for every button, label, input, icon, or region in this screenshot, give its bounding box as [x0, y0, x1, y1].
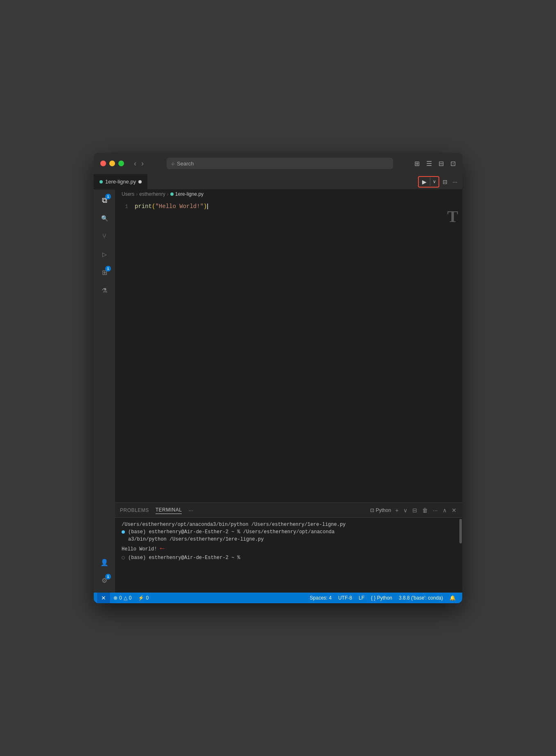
- sidebar-item-search[interactable]: 🔍: [97, 211, 112, 226]
- sidebar-item-account[interactable]: 👤: [97, 555, 112, 570]
- search-placeholder: Search: [177, 161, 194, 167]
- run-dropdown-button[interactable]: ∨: [430, 177, 438, 186]
- tab-bar-actions: ▶ ∨ ⊟ ···: [415, 174, 462, 189]
- sidebar-item-explorer[interactable]: ⧉ 1: [97, 193, 112, 208]
- scrollbar-thumb: [459, 519, 462, 543]
- layout-icon-1[interactable]: ⊞: [414, 160, 420, 167]
- cursor: [207, 204, 208, 209]
- breadcrumb-estherhenry: estherhenry: [139, 191, 165, 197]
- explorer-badge: 1: [105, 194, 111, 199]
- remote-symbol: ✕: [101, 595, 106, 601]
- status-left: ✕ ⊗ 0 △ 0 ⚡ 0: [97, 593, 152, 603]
- collapse-terminal-button[interactable]: ∧: [442, 506, 448, 514]
- keyword-print: print: [135, 203, 152, 210]
- info-count: 0: [146, 595, 149, 601]
- forward-button[interactable]: ›: [140, 158, 145, 169]
- tab-problems[interactable]: PROBLEMS: [120, 507, 149, 514]
- terminal-more-button[interactable]: ···: [188, 507, 193, 514]
- title-bar-right: ⊞ ☰ ⊟ ⊡: [414, 160, 456, 167]
- source-control-icon: ⑂: [102, 233, 106, 240]
- breadcrumb-file-icon: [170, 192, 174, 196]
- remote-icon[interactable]: ✕: [97, 593, 110, 603]
- activity-bottom: 👤 ⚙ 1: [97, 555, 112, 593]
- breadcrumb-sep-2: ›: [167, 191, 169, 197]
- terminal-scrollbar[interactable]: [459, 518, 462, 593]
- line-content-1: print("Hello World!"): [135, 203, 208, 210]
- testing-icon: ⚗: [102, 287, 107, 294]
- info-icon: ⚡: [138, 595, 144, 601]
- status-bar: ✕ ⊗ 0 △ 0 ⚡ 0 Spaces: 4 UTF-8 LF: [94, 593, 462, 603]
- python-file-icon: [99, 180, 103, 183]
- nav-arrows: ‹ ›: [132, 158, 145, 169]
- term-text-1: /Users/estherhenry/opt/anaconda3/bin/pyt…: [122, 521, 456, 528]
- add-terminal-button[interactable]: +: [394, 506, 399, 514]
- status-notification[interactable]: 🔔: [446, 593, 459, 603]
- run-button[interactable]: ▶: [419, 177, 430, 187]
- notification-icon: 🔔: [450, 595, 456, 601]
- status-line-ending[interactable]: LF: [355, 593, 368, 603]
- terminal-right-actions: ⊡ Python + ∨ ⊟ 🗑 ··· ∧ ✕: [370, 506, 457, 514]
- code-editor[interactable]: 1 print("Hello World!") T: [115, 199, 462, 502]
- status-python-version[interactable]: 3.8.8 ('base': conda): [396, 593, 446, 603]
- sidebar-item-source-control[interactable]: ⑂: [97, 229, 112, 244]
- line-ending-label: LF: [359, 595, 364, 601]
- layout-icon-3[interactable]: ⊟: [438, 160, 444, 167]
- warning-count: 0: [129, 595, 132, 601]
- more-actions-button[interactable]: ···: [451, 177, 459, 187]
- status-language[interactable]: { } Python: [368, 593, 396, 603]
- paren-close: ): [203, 203, 207, 210]
- terminal-content[interactable]: /Users/estherhenry/opt/anaconda3/bin/pyt…: [115, 518, 462, 593]
- term-indicator-2: [122, 530, 125, 534]
- layout-icon-2[interactable]: ☰: [426, 160, 432, 167]
- more-terminal-button[interactable]: ···: [432, 506, 438, 514]
- trash-terminal-button[interactable]: 🗑: [421, 506, 429, 514]
- settings-badge: 1: [105, 574, 111, 579]
- minimize-button[interactable]: [109, 161, 115, 166]
- back-button[interactable]: ‹: [132, 158, 138, 169]
- account-icon: 👤: [100, 559, 108, 566]
- tab-1ere-ligne[interactable]: 1ere-ligne.py: [94, 174, 148, 189]
- status-encoding[interactable]: UTF-8: [335, 593, 355, 603]
- split-terminal-button[interactable]: ⊟: [411, 506, 418, 514]
- breadcrumb-filename: 1ere-ligne.py: [175, 191, 203, 197]
- spaces-label: Spaces: 4: [310, 595, 332, 601]
- sidebar-item-settings[interactable]: ⚙ 1: [97, 573, 112, 588]
- maximize-button[interactable]: [118, 161, 124, 166]
- sidebar-item-extensions[interactable]: ⊞ 1: [97, 265, 112, 280]
- status-spaces[interactable]: Spaces: 4: [307, 593, 335, 603]
- tab-terminal[interactable]: TERMINAL: [156, 506, 182, 514]
- split-editor-button[interactable]: ⊟: [441, 177, 449, 187]
- python-label: Python: [376, 507, 391, 513]
- terminal-icon: ⊡: [370, 507, 374, 513]
- sidebar-item-testing[interactable]: ⚗: [97, 283, 112, 298]
- breadcrumb-users: Users: [122, 191, 134, 197]
- line-number-1: 1: [115, 204, 135, 210]
- close-terminal-button[interactable]: ✕: [451, 506, 457, 514]
- term-text-3: Hello World! ←: [122, 543, 456, 554]
- status-errors[interactable]: ⊗ 0 △ 0: [110, 593, 135, 603]
- search-icon: ⌕: [172, 161, 174, 166]
- main-area: ⧉ 1 🔍 ⑂ ▷ ⊞ 1 ⚗ 👤: [94, 190, 462, 593]
- term-line-2: (base) estherhenry@Air-de-Esther-2 ~ % /…: [122, 528, 456, 543]
- close-button[interactable]: [100, 161, 106, 166]
- minimap: T: [447, 207, 458, 226]
- status-info[interactable]: ⚡ 0: [135, 593, 152, 603]
- term-indicator-4: [122, 556, 125, 559]
- tab-bar: 1ere-ligne.py ▶ ∨ ⊟ ···: [94, 174, 462, 190]
- term-line-1: /Users/estherhenry/opt/anaconda3/bin/pyt…: [122, 521, 456, 528]
- search-bar[interactable]: ⌕ Search: [167, 158, 393, 169]
- layout-icon-4[interactable]: ⊡: [450, 160, 456, 167]
- extensions-badge: 1: [105, 266, 111, 272]
- breadcrumb-sep-1: ›: [136, 191, 138, 197]
- unsaved-indicator: [138, 180, 142, 183]
- term-line-3: Hello World! ←: [122, 543, 456, 554]
- run-button-container: ▶ ∨: [418, 176, 439, 188]
- editor-area: Users › estherhenry › 1ere-ligne.py 1 pr…: [115, 190, 462, 593]
- dropdown-terminal-button[interactable]: ∨: [402, 506, 408, 514]
- tab-filename: 1ere-ligne.py: [105, 179, 136, 185]
- language-label: { } Python: [371, 595, 392, 601]
- title-bar: ‹ › ⌕ Search ⊞ ☰ ⊟ ⊡: [94, 153, 462, 174]
- sidebar-item-run[interactable]: ▷: [97, 247, 112, 262]
- search-icon: 🔍: [101, 215, 108, 222]
- string-literal: "Hello World!": [155, 203, 203, 210]
